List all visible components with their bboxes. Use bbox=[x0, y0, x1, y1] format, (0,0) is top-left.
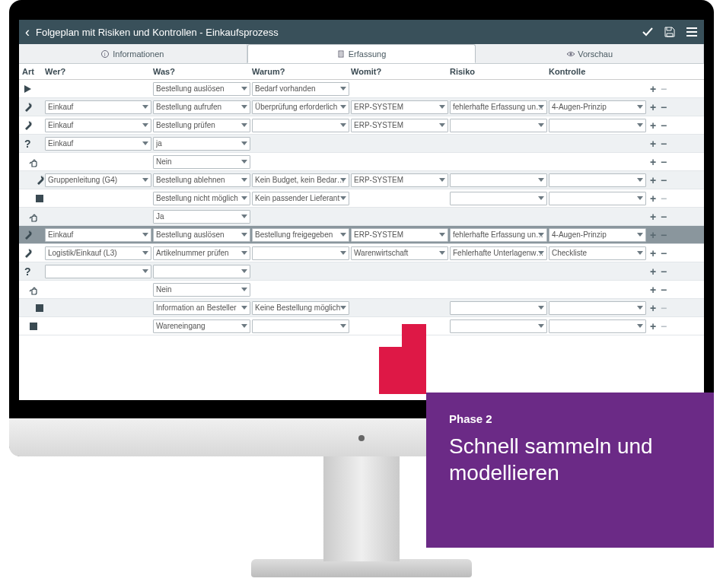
add-row-button[interactable]: + bbox=[648, 320, 658, 332]
remove-row-button[interactable]: − bbox=[658, 229, 669, 241]
kontrolle-dropdown[interactable]: Checkliste bbox=[549, 246, 646, 260]
risiko-dropdown[interactable] bbox=[450, 173, 547, 187]
remove-row-button[interactable]: − bbox=[658, 156, 669, 168]
remove-row-button[interactable]: − bbox=[658, 119, 669, 132]
add-row-button[interactable]: + bbox=[648, 174, 658, 186]
kontrolle-dropdown[interactable] bbox=[549, 173, 646, 187]
risiko-dropdown[interactable]: Fehlerhafte Unterlagenweiterleitung bbox=[450, 246, 547, 260]
was-dropdown[interactable]: Bestellung aufrufen bbox=[153, 100, 250, 114]
womit-dropdown[interactable]: Warenwirtschaft bbox=[351, 246, 448, 260]
remove-row-button[interactable]: − bbox=[658, 138, 669, 150]
was-dropdown[interactable]: ja bbox=[153, 137, 250, 151]
warum-dropdown[interactable] bbox=[252, 319, 349, 333]
wer-dropdown[interactable]: Einkauf bbox=[45, 228, 151, 242]
was-dropdown[interactable]: Bestellung ablehnen bbox=[153, 173, 250, 187]
was-dropdown[interactable]: Information an Besteller bbox=[153, 301, 250, 315]
add-row-button[interactable]: + bbox=[648, 156, 658, 168]
add-row-button[interactable]: + bbox=[648, 229, 658, 241]
table-row[interactable]: EinkaufBestellung auslösenBestellung fre… bbox=[19, 226, 704, 244]
add-row-button[interactable]: + bbox=[648, 211, 658, 223]
warum-dropdown[interactable]: Bedarf vorhanden bbox=[252, 82, 349, 96]
back-button[interactable]: ‹ bbox=[25, 24, 30, 40]
was-dropdown[interactable]: Nein bbox=[153, 283, 250, 297]
was-dropdown[interactable]: Bestellung auslösen bbox=[153, 82, 250, 96]
wer-dropdown[interactable]: Einkauf bbox=[45, 137, 151, 151]
womit-dropdown[interactable]: ERP-SYSTEM bbox=[351, 119, 448, 132]
add-row-button[interactable]: + bbox=[648, 119, 658, 132]
wer-dropdown[interactable]: Einkauf bbox=[45, 119, 151, 132]
remove-row-button[interactable]: − bbox=[658, 174, 669, 186]
save-icon[interactable] bbox=[664, 27, 675, 37]
warum-dropdown[interactable]: Kein passender Lieferant bbox=[252, 192, 349, 205]
was-dropdown[interactable]: Ja bbox=[153, 210, 250, 224]
menu-icon[interactable] bbox=[686, 27, 698, 37]
check-icon[interactable] bbox=[642, 26, 654, 38]
add-row-button[interactable]: + bbox=[648, 284, 658, 296]
remove-row-button[interactable]: − bbox=[658, 284, 669, 296]
add-row-button[interactable]: + bbox=[648, 101, 658, 113]
remove-row-button[interactable]: − bbox=[658, 101, 669, 113]
wer-dropdown[interactable] bbox=[45, 265, 151, 278]
table-row[interactable]: Ja+− bbox=[19, 208, 704, 226]
add-row-button[interactable]: + bbox=[648, 192, 658, 205]
risiko-dropdown[interactable] bbox=[450, 192, 547, 205]
wer-dropdown[interactable]: Gruppenleitung (G4) bbox=[45, 173, 151, 187]
table-row[interactable]: Wareneingang+− bbox=[19, 317, 704, 335]
table-row[interactable]: EinkaufBestellung aufrufenÜberprüfung er… bbox=[19, 98, 704, 116]
warum-dropdown[interactable]: Kein Budget, kein Bedarf, etc. bbox=[252, 173, 349, 187]
was-dropdown[interactable]: Bestellung prüfen bbox=[153, 119, 250, 132]
warum-dropdown[interactable]: Überprüfung erforderlich bbox=[252, 100, 349, 114]
table-row[interactable]: EinkaufBestellung prüfenERP-SYSTEM+− bbox=[19, 116, 704, 135]
remove-row-button[interactable]: − bbox=[658, 83, 669, 95]
womit-dropdown[interactable]: ERP-SYSTEM bbox=[351, 100, 448, 114]
was-dropdown[interactable] bbox=[153, 265, 250, 278]
womit-dropdown[interactable]: ERP-SYSTEM bbox=[351, 173, 448, 187]
risiko-dropdown[interactable] bbox=[450, 301, 547, 315]
wer-dropdown[interactable]: Einkauf bbox=[45, 100, 151, 114]
table-row[interactable]: Gruppenleitung (G4)Bestellung ablehnenKe… bbox=[19, 171, 704, 189]
table-row[interactable]: ?+− bbox=[19, 262, 704, 281]
risiko-dropdown[interactable] bbox=[450, 119, 547, 132]
table-row[interactable]: Information an BestellerKeine Bestellung… bbox=[19, 299, 704, 317]
risiko-dropdown[interactable] bbox=[450, 319, 547, 333]
table-row[interactable]: Nein+− bbox=[19, 281, 704, 299]
was-dropdown[interactable]: Bestellung auslösen bbox=[153, 228, 250, 242]
kontrolle-dropdown[interactable]: 4-Augen-Prinzip bbox=[549, 228, 646, 242]
table-row[interactable]: Nein+− bbox=[19, 153, 704, 171]
table-row[interactable]: ?Einkaufja+− bbox=[19, 135, 704, 153]
was-dropdown[interactable]: Artikelnummer prüfen bbox=[153, 246, 250, 260]
add-row-button[interactable]: + bbox=[648, 302, 658, 314]
wer-dropdown[interactable]: Logistik/Einkauf (L3) bbox=[45, 246, 151, 260]
was-dropdown[interactable]: Nein bbox=[153, 155, 250, 169]
tab-informationen[interactable]: iInformationen bbox=[19, 44, 247, 63]
womit-dropdown[interactable]: ERP-SYSTEM bbox=[351, 228, 448, 242]
kontrolle-dropdown[interactable] bbox=[549, 301, 646, 315]
add-row-button[interactable]: + bbox=[648, 247, 658, 259]
tab-erfassung[interactable]: Erfassung bbox=[247, 44, 476, 63]
kontrolle-dropdown[interactable] bbox=[549, 192, 646, 205]
add-row-button[interactable]: + bbox=[648, 138, 658, 150]
kontrolle-dropdown[interactable]: 4-Augen-Prinzip bbox=[549, 100, 646, 114]
was-dropdown[interactable]: Wareneingang bbox=[153, 319, 250, 333]
add-row-button[interactable]: + bbox=[648, 83, 658, 95]
table-row[interactable]: Bestellung auslösenBedarf vorhanden+− bbox=[19, 80, 704, 98]
remove-row-button[interactable]: − bbox=[658, 302, 669, 314]
warum-dropdown[interactable] bbox=[252, 246, 349, 260]
add-row-button[interactable]: + bbox=[648, 265, 658, 278]
remove-row-button[interactable]: − bbox=[658, 211, 669, 223]
table-row[interactable]: Bestellung nicht möglichKein passender L… bbox=[19, 189, 704, 208]
remove-row-button[interactable]: − bbox=[658, 265, 669, 278]
risiko-dropdown[interactable]: fehlerhafte Erfassung und Bearbeitung bbox=[450, 228, 547, 242]
kontrolle-dropdown[interactable] bbox=[549, 119, 646, 132]
warum-dropdown[interactable]: Keine Bestellung möglich bbox=[252, 301, 349, 315]
risiko-dropdown[interactable]: fehlerhafte Erfassung und Bearbeitung bbox=[450, 100, 547, 114]
remove-row-button[interactable]: − bbox=[658, 320, 669, 332]
tab-vorschau[interactable]: Vorschau bbox=[476, 44, 704, 63]
warum-dropdown[interactable]: Bestellung freigegeben bbox=[252, 228, 349, 242]
remove-row-button[interactable]: − bbox=[658, 192, 669, 205]
remove-row-button[interactable]: − bbox=[658, 247, 669, 259]
table-row[interactable]: Logistik/Einkauf (L3)Artikelnummer prüfe… bbox=[19, 244, 704, 262]
kontrolle-dropdown[interactable] bbox=[549, 319, 646, 333]
was-dropdown[interactable]: Bestellung nicht möglich bbox=[153, 192, 250, 205]
warum-dropdown[interactable] bbox=[252, 119, 349, 132]
